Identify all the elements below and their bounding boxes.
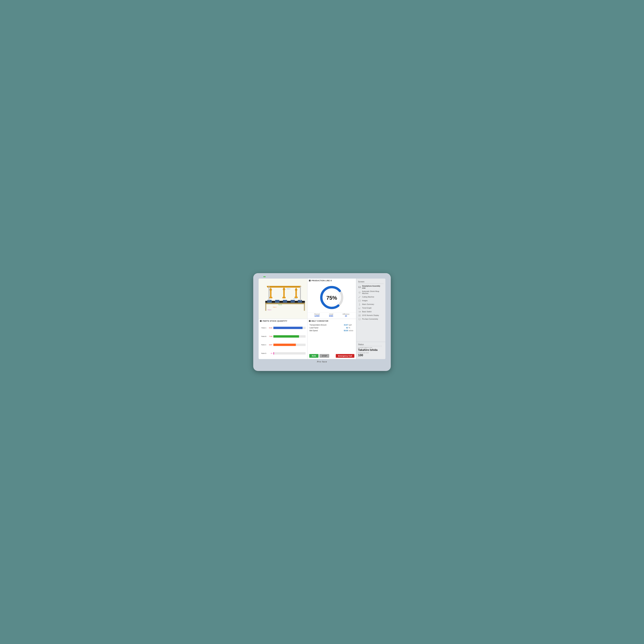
transport-label: Transportation Amount — [310, 324, 344, 326]
status-logged-label: Currently logged in user — [358, 347, 384, 348]
speed-value: 50.00 — [344, 330, 348, 332]
production-header-icon — [309, 280, 311, 281]
conveyor-data: Transportation Amount 15.67 kg/h Load Fa… — [308, 323, 356, 353]
data-row-speed: Belt Speed 50.00 m/min — [310, 330, 354, 332]
svg-rect-50 — [360, 315, 361, 315]
bar-value-d: 45 — [267, 353, 272, 354]
status-title: Status — [358, 343, 384, 346]
assembly-svg: Parts A Parts A Parts B Parts C Parts D — [259, 279, 307, 319]
svg-rect-20 — [296, 288, 297, 290]
svg-rect-8 — [298, 300, 302, 303]
svg-rect-6 — [283, 300, 287, 303]
stat-diff-label: Difference — [342, 313, 349, 315]
bar-row-parts-a: Parts A 8192 — [260, 326, 306, 330]
sidebar-item-images[interactable]: Images — [356, 299, 385, 303]
trend-graph-icon — [358, 307, 361, 309]
svg-rect-18 — [294, 297, 298, 298]
bar-value-c: 6287 — [267, 344, 272, 346]
sidebar-item-basic-switch[interactable]: Basic Switch — [356, 310, 385, 314]
bar-track-c — [273, 344, 306, 346]
svg-rect-25 — [265, 303, 305, 304]
conveyor-buttons: RUN STOP Emergency Call — [308, 353, 356, 359]
shrink-wrap-icon — [358, 291, 361, 294]
data-row-transport: Transportation Amount 15.67 kg/h — [310, 324, 354, 326]
proface-connectivity-icon — [358, 318, 361, 320]
sidebar-screen-title: Screen — [356, 280, 385, 283]
bar-label-b: Parts B — [260, 336, 266, 337]
brand-text: Pro-face — [317, 360, 327, 363]
sidebar-item-smartphone-assembly[interactable]: Smartphone Assembly Line — [356, 284, 385, 290]
load-unit: % — [349, 327, 354, 329]
sidebar: Screen Smartphone Assembly Line Automati… — [356, 279, 385, 359]
stat-difference: Difference 23 — [342, 313, 349, 317]
run-button[interactable]: RUN — [309, 354, 319, 358]
parts-stock-panel: PARTS STOCK QUANTITY Parts A 8192 Parts … — [259, 319, 307, 359]
bar-row-parts-b: Parts B 7168 — [260, 335, 306, 338]
svg-rect-53 — [359, 318, 361, 320]
svg-text:Parts D: Parts D — [268, 309, 271, 310]
svg-rect-14 — [282, 297, 285, 298]
svg-rect-10 — [269, 297, 272, 298]
bar-fill-d — [273, 352, 274, 355]
sidebar-item-alarm-summary[interactable]: Alarm Summary — [356, 303, 385, 306]
data-row-load: Load Factor 62 % — [310, 327, 354, 329]
svg-rect-7 — [291, 300, 295, 303]
production-panel-title: PRODUCTION LINE A — [312, 280, 332, 282]
status-level-value: 100 — [358, 354, 384, 357]
stat-actual-label: Actual — [329, 313, 333, 315]
bar-chart: Parts A 8192 Parts B 7168 — [259, 323, 307, 359]
parts-header-icon — [260, 320, 262, 322]
sidebar-label-switch: Basic Switch — [362, 311, 384, 313]
brand-label: Pro-face — [259, 359, 385, 363]
gauge-container: 75% — [308, 283, 356, 312]
sidebar-item-cutting-machine[interactable]: Cutting Machine — [356, 295, 385, 299]
sidebar-label-cutting: Cutting Machine — [362, 296, 384, 298]
sidebar-item-shrink-wrap[interactable]: Automatic Shrink Wrap Machine — [356, 290, 385, 295]
svg-text:Parts A: Parts A — [293, 298, 297, 299]
device-frame: Parts A Parts A Parts B Parts C Parts D — [253, 273, 391, 371]
svg-text:Parts C: Parts C — [273, 307, 277, 308]
sidebar-item-proface-connectivity[interactable]: Pro-face Connectivity — [356, 317, 385, 321]
svg-text:Parts A: Parts A — [287, 288, 290, 289]
production-panel-header: PRODUCTION LINE A — [308, 279, 356, 283]
parts-panel-title: PARTS STOCK QUANTITY — [263, 320, 287, 322]
status-section: Status Currently logged in user Takahiro… — [356, 342, 385, 358]
images-icon — [358, 300, 361, 302]
parts-panel-header: PARTS STOCK QUANTITY — [259, 319, 307, 323]
svg-rect-23 — [269, 286, 269, 301]
bar-value-a: 8192 — [267, 327, 272, 329]
bar-label-d: Parts D — [260, 353, 266, 354]
sidebar-label-trend: Trend Graph — [362, 307, 384, 309]
sidebar-label-alarm: Alarm Summary — [362, 303, 384, 305]
conveyor-panel-title: BELT CONVEYOR — [312, 320, 328, 322]
svg-rect-38 — [359, 286, 361, 288]
cutting-machine-icon — [358, 296, 361, 298]
sidebar-item-trend-graph[interactable]: Trend Graph — [356, 306, 385, 310]
svg-rect-12 — [270, 288, 271, 290]
bar-row-parts-d: Parts D 45 — [260, 352, 306, 355]
basic-switch-icon — [358, 311, 361, 313]
svg-rect-2 — [267, 300, 272, 303]
svg-rect-4 — [275, 300, 279, 303]
smartphone-icon — [358, 286, 361, 288]
sidebar-label-smartphone: Smartphone Assembly Line — [362, 285, 384, 289]
belt-conveyor-panel: BELT CONVEYOR Transportation Amount 15.6… — [308, 319, 356, 359]
conveyor-header-icon — [309, 320, 311, 322]
svg-rect-13 — [283, 289, 285, 297]
svg-rect-49 — [359, 315, 359, 315]
stop-button[interactable]: STOP — [319, 354, 329, 358]
assembly-panel: Parts A Parts A Parts B Parts C Parts D — [259, 279, 307, 319]
stat-planned: Planned 12000 — [314, 313, 320, 317]
bar-track-a — [273, 327, 306, 329]
emergency-call-button[interactable]: Emergency Call — [336, 354, 354, 358]
sidebar-label-proface: Pro-face Connectivity — [362, 318, 384, 320]
svg-text:75%: 75% — [326, 295, 337, 301]
svg-rect-51 — [359, 316, 359, 316]
svg-rect-26 — [265, 304, 266, 311]
numeric-display-icon — [358, 314, 361, 317]
main-content: Parts A Parts A Parts B Parts C Parts D — [259, 279, 356, 359]
bar-label-c: Parts C — [260, 344, 266, 346]
stat-planned-label: Planned — [314, 313, 320, 315]
production-stats: Planned 12000 Actual 8465 Difference 23 — [308, 312, 356, 319]
sidebar-item-numeric-display[interactable]: 10 81 Numeric Display — [356, 314, 385, 317]
